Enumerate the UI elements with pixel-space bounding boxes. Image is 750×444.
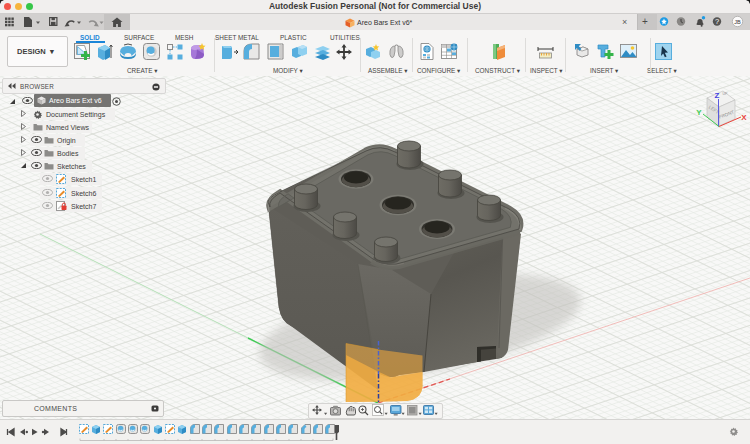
svg-text:Y: Y [696, 108, 702, 117]
svg-text:Z: Z [715, 91, 720, 100]
svg-text:JB: JB [734, 19, 741, 25]
svg-text:UP: UP [723, 92, 729, 96]
svg-text:X: X [741, 113, 747, 122]
svg-text:?: ? [715, 17, 719, 26]
